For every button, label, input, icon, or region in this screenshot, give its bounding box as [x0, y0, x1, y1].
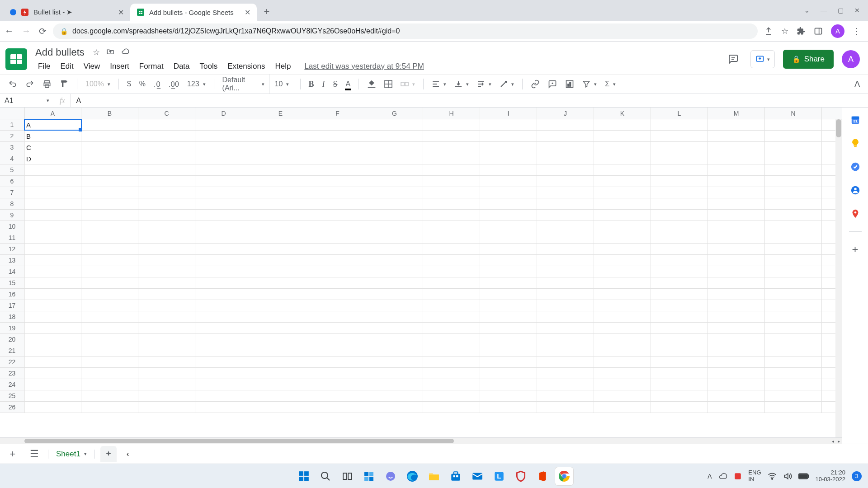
strikethrough-button[interactable]: S — [330, 78, 340, 91]
cell[interactable] — [252, 164, 309, 175]
cell[interactable] — [708, 198, 765, 209]
cell[interactable] — [537, 390, 594, 401]
cell[interactable] — [423, 311, 480, 322]
cell[interactable] — [480, 153, 537, 164]
battery-icon[interactable] — [798, 473, 809, 480]
forward-icon[interactable]: → — [22, 26, 31, 36]
cell[interactable] — [24, 300, 81, 311]
clock[interactable]: 21:20 10-03-2022 — [816, 469, 846, 483]
cell[interactable] — [81, 187, 138, 198]
cell[interactable] — [480, 232, 537, 243]
cell[interactable] — [252, 390, 309, 401]
cell[interactable] — [708, 244, 765, 254]
cell[interactable] — [24, 323, 81, 333]
cell[interactable] — [366, 379, 423, 390]
cell[interactable] — [252, 142, 309, 153]
cell[interactable] — [252, 221, 309, 232]
row-header[interactable]: 3 — [0, 142, 24, 153]
cell[interactable] — [765, 221, 822, 232]
cell[interactable] — [480, 368, 537, 379]
cell[interactable] — [81, 176, 138, 187]
column-header[interactable]: I — [480, 108, 537, 119]
cell[interactable] — [651, 357, 708, 367]
cell[interactable] — [252, 368, 309, 379]
menu-extensions[interactable]: Extensions — [223, 60, 269, 73]
cell[interactable] — [651, 164, 708, 175]
row-header[interactable]: 15 — [0, 277, 24, 288]
cell[interactable] — [708, 289, 765, 300]
cell[interactable] — [81, 232, 138, 243]
contacts-icon[interactable] — [849, 184, 861, 196]
row-header[interactable]: 25 — [0, 390, 24, 401]
cell[interactable] — [81, 131, 138, 141]
horizontal-scrollbar-thumb[interactable] — [24, 439, 454, 443]
cell[interactable] — [537, 244, 594, 254]
cell[interactable] — [765, 153, 822, 164]
account-avatar[interactable]: A — [842, 50, 860, 68]
row-header[interactable]: 7 — [0, 187, 24, 198]
column-header[interactable]: C — [138, 108, 195, 119]
cell[interactable] — [708, 334, 765, 345]
h-align-button[interactable] — [429, 78, 449, 90]
chat-icon[interactable] — [382, 467, 400, 485]
row-header[interactable]: 2 — [0, 131, 24, 141]
cell[interactable] — [537, 187, 594, 198]
cell[interactable] — [81, 390, 138, 401]
cell[interactable] — [708, 131, 765, 141]
text-color-button[interactable]: A — [343, 78, 354, 90]
cell[interactable] — [366, 255, 423, 266]
cell[interactable] — [594, 142, 651, 153]
cell[interactable] — [594, 198, 651, 209]
merge-button[interactable] — [398, 78, 418, 90]
cell[interactable] — [651, 334, 708, 345]
cell[interactable] — [252, 210, 309, 221]
cell[interactable] — [195, 176, 252, 187]
cell[interactable] — [708, 368, 765, 379]
cell[interactable] — [195, 198, 252, 209]
spreadsheet-grid[interactable]: ABCDEFGHIJKLMN 1A2B3C4D56789101112131415… — [0, 108, 842, 444]
cell[interactable] — [480, 221, 537, 232]
reload-icon[interactable]: ⟳ — [39, 26, 47, 37]
cell[interactable] — [252, 379, 309, 390]
cell[interactable] — [537, 300, 594, 311]
row-header[interactable]: 20 — [0, 334, 24, 345]
link-icon[interactable] — [528, 78, 542, 90]
cell[interactable] — [423, 131, 480, 141]
cell[interactable] — [480, 357, 537, 367]
comments-icon[interactable] — [724, 50, 742, 68]
cell[interactable] — [423, 221, 480, 232]
cell[interactable] — [366, 323, 423, 333]
wrap-button[interactable] — [474, 78, 494, 90]
cell[interactable] — [708, 153, 765, 164]
cell[interactable] — [651, 277, 708, 288]
cell[interactable] — [765, 187, 822, 198]
cell[interactable] — [423, 232, 480, 243]
cell[interactable] — [366, 244, 423, 254]
cell[interactable] — [594, 131, 651, 141]
cell[interactable] — [138, 334, 195, 345]
cell[interactable] — [309, 277, 366, 288]
column-header[interactable]: N — [765, 108, 822, 119]
cell[interactable] — [138, 210, 195, 221]
cell[interactable] — [765, 323, 822, 333]
name-box[interactable]: A1 — [0, 94, 54, 107]
cell[interactable] — [138, 142, 195, 153]
cell[interactable] — [309, 221, 366, 232]
task-view-icon[interactable] — [338, 467, 356, 485]
tasks-icon[interactable] — [849, 161, 861, 173]
fill-color-button[interactable] — [364, 78, 379, 90]
cell[interactable] — [309, 244, 366, 254]
cell[interactable] — [480, 390, 537, 401]
share-page-icon[interactable] — [764, 27, 773, 36]
cell[interactable] — [252, 176, 309, 187]
cell[interactable] — [195, 390, 252, 401]
row-header[interactable]: 11 — [0, 232, 24, 243]
cell[interactable] — [480, 402, 537, 413]
menu-help[interactable]: Help — [270, 60, 295, 73]
calendar-icon[interactable]: 31 — [849, 114, 861, 126]
cell[interactable] — [651, 323, 708, 333]
cell[interactable] — [24, 266, 81, 277]
cell[interactable] — [81, 323, 138, 333]
cell[interactable] — [138, 277, 195, 288]
cell[interactable] — [480, 266, 537, 277]
